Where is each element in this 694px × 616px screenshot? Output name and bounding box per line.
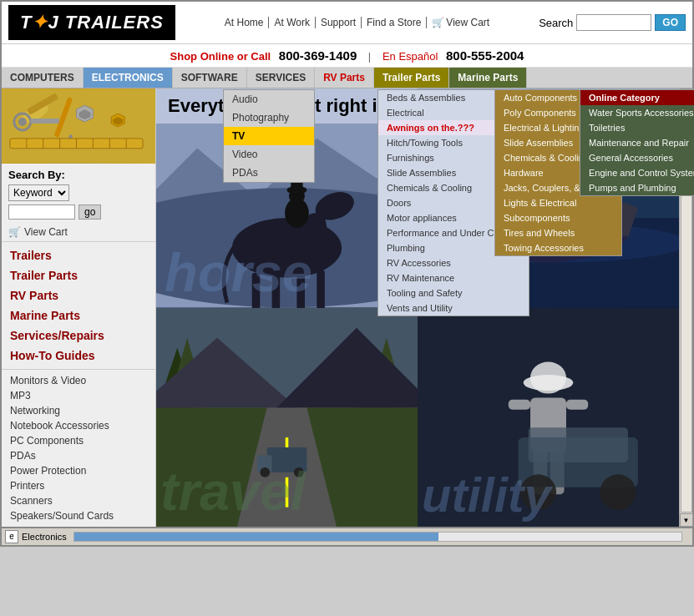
dropdown-video[interactable]: Video xyxy=(224,145,314,164)
svg-rect-30 xyxy=(317,270,325,307)
search-area: Search GO xyxy=(539,14,686,31)
nav-trailer-parts[interactable]: Trailer Parts xyxy=(374,68,449,88)
marine-engine[interactable]: Engine and Control Systems xyxy=(580,165,694,180)
nav-find-store[interactable]: Find a Store xyxy=(362,17,427,28)
top-nav: At Home At Work Support Find a Store 🛒 V… xyxy=(220,17,494,28)
sub-notebook[interactable]: Notebook Accessories xyxy=(10,418,147,433)
sidebar-marine-parts[interactable]: Marine Parts xyxy=(2,305,155,326)
marine-online-cat[interactable]: Online Category xyxy=(580,90,694,105)
sidebar-trailers[interactable]: Trailers xyxy=(2,245,155,265)
top-bar: T✦J TRAILERS At Home At Work Support Fin… xyxy=(2,2,692,44)
view-cart-row[interactable]: 🛒 View Cart xyxy=(2,223,155,241)
rv-accessories[interactable]: RV Accessories xyxy=(378,255,529,270)
dropdown-audio[interactable]: Audio xyxy=(224,90,314,109)
cart-icon: 🛒 xyxy=(432,17,444,28)
logo: T✦J TRAILERS xyxy=(8,5,175,40)
sub-mp3[interactable]: MP3 xyxy=(10,388,147,403)
marine-toiletries[interactable]: Toiletries xyxy=(580,120,694,135)
nav-view-cart[interactable]: 🛒 View Cart xyxy=(427,17,494,28)
status-icon: e xyxy=(5,530,18,543)
marine-general[interactable]: General Accessories xyxy=(580,150,694,165)
sub-pc[interactable]: PC Components xyxy=(10,433,147,448)
horse-watermark: horse xyxy=(165,241,312,304)
sidebar-rv-parts[interactable]: RV Parts xyxy=(2,285,155,305)
svg-rect-59 xyxy=(566,399,588,409)
svg-rect-58 xyxy=(509,399,530,409)
utility-watermark: utility xyxy=(422,467,551,523)
marine-water-sports[interactable]: Water Sports Accessories xyxy=(580,105,694,120)
trailer-lights[interactable]: Lights & Electrical xyxy=(495,195,621,210)
nav-computers[interactable]: COMPUTERS xyxy=(2,68,84,88)
tools-svg xyxy=(2,88,155,164)
sub-networking[interactable]: Networking xyxy=(10,403,147,418)
nav-electronics[interactable]: ELECTRONICS xyxy=(84,68,173,88)
view-cart-label: View Cart xyxy=(24,226,68,238)
search-input[interactable] xyxy=(576,14,651,31)
nav-marine-parts[interactable]: Marine Parts xyxy=(449,68,527,88)
sidebar-search-input[interactable] xyxy=(8,204,75,220)
sub-power[interactable]: Power Protection xyxy=(10,463,147,478)
marine-pumps[interactable]: Pumps and Plumbing xyxy=(580,180,694,195)
search-by-label: Search By: xyxy=(2,164,155,183)
hero-utility: utility xyxy=(418,308,679,528)
nav-software[interactable]: SOFTWARE xyxy=(173,68,247,88)
scroll-down-button[interactable]: ▼ xyxy=(680,513,693,527)
nav-services[interactable]: SERVICES xyxy=(247,68,315,88)
svg-rect-65 xyxy=(529,427,628,462)
nav-at-work[interactable]: At Work xyxy=(269,17,315,28)
sidebar-search-row: go xyxy=(2,203,155,223)
dropdown-tv[interactable]: TV xyxy=(224,127,314,145)
phone-number-1: 800-369-1409 xyxy=(279,48,357,63)
sidebar: Search By: Keyword Category Brand go 🛒 V… xyxy=(2,88,156,527)
sidebar-sub-items: Monitors & Video MP3 Networking Notebook… xyxy=(2,369,155,527)
sidebar-trailer-parts[interactable]: Trailer Parts xyxy=(2,265,155,285)
rv-vents[interactable]: Vents and Utility xyxy=(378,300,529,316)
phone-separator: | xyxy=(368,50,371,63)
phone-number-2: 800-555-2004 xyxy=(446,48,524,63)
trailer-towing[interactable]: Towing Accessories xyxy=(495,240,621,255)
trailer-sub[interactable]: Subcomponents xyxy=(495,210,621,225)
rv-maintenance[interactable]: RV Maintenance xyxy=(378,270,529,285)
search-label: Search xyxy=(539,17,573,29)
sub-printers[interactable]: Printers xyxy=(10,478,147,493)
espanol-label: En Español xyxy=(382,50,438,63)
progress-bar xyxy=(73,532,682,542)
trailer-tires[interactable]: Tires and Wheels xyxy=(495,225,621,240)
phone-bar: Shop Online or Call 800-369-1409 | En Es… xyxy=(2,44,692,68)
hero-road: travel xyxy=(156,308,418,528)
sub-scanners[interactable]: Scanners xyxy=(10,493,147,508)
nav-support[interactable]: Support xyxy=(316,17,362,28)
main-nav: COMPUTERS ELECTRONICS SOFTWARE SERVICES … xyxy=(2,68,692,88)
sub-monitors[interactable]: Monitors & Video xyxy=(10,373,147,388)
sub-speakers[interactable]: Speakers/Sound Cards xyxy=(10,508,147,523)
sidebar-nav: Trailers Trailer Parts RV Parts Marine P… xyxy=(2,241,155,369)
nav-rv-parts[interactable]: RV Parts xyxy=(315,68,374,88)
svg-point-64 xyxy=(600,474,636,510)
sub-pdas[interactable]: PDAs xyxy=(10,448,147,463)
tools-image xyxy=(2,88,155,164)
rv-tooling[interactable]: Tooling and Safety xyxy=(378,285,529,300)
marine-maintenance[interactable]: Maintenance and Repair xyxy=(580,135,694,150)
sidebar-howto[interactable]: How-To Guides xyxy=(2,346,155,366)
svg-point-56 xyxy=(530,361,566,393)
svg-rect-0 xyxy=(2,88,155,164)
marine-dropdown: Online Category Water Sports Accessories… xyxy=(580,89,694,196)
dropdown-photography[interactable]: Photography xyxy=(224,109,314,127)
travel-watermark: travel xyxy=(160,460,305,523)
cart-icon-sidebar: 🛒 xyxy=(8,226,21,238)
page-status-bar: e Electronics xyxy=(2,527,692,545)
logo-area: T✦J TRAILERS xyxy=(8,5,175,40)
sidebar-go-button[interactable]: go xyxy=(79,204,101,220)
shop-online-text: Shop Online or Call xyxy=(170,50,271,63)
svg-point-4 xyxy=(18,118,27,126)
svg-rect-5 xyxy=(31,119,60,124)
status-url: Electronics xyxy=(22,532,67,542)
go-button[interactable]: GO xyxy=(655,14,686,31)
electronics-dropdown: Audio Photography TV Video PDAs xyxy=(223,89,315,183)
sidebar-services[interactable]: Services/Repairs xyxy=(2,326,155,346)
search-keyword-select[interactable]: Keyword Category Brand xyxy=(8,184,69,201)
nav-at-home[interactable]: At Home xyxy=(220,17,270,28)
dropdown-pdas[interactable]: PDAs xyxy=(224,164,314,182)
progress-fill xyxy=(74,533,438,541)
main-nav-container: COMPUTERS ELECTRONICS SOFTWARE SERVICES … xyxy=(2,68,692,88)
